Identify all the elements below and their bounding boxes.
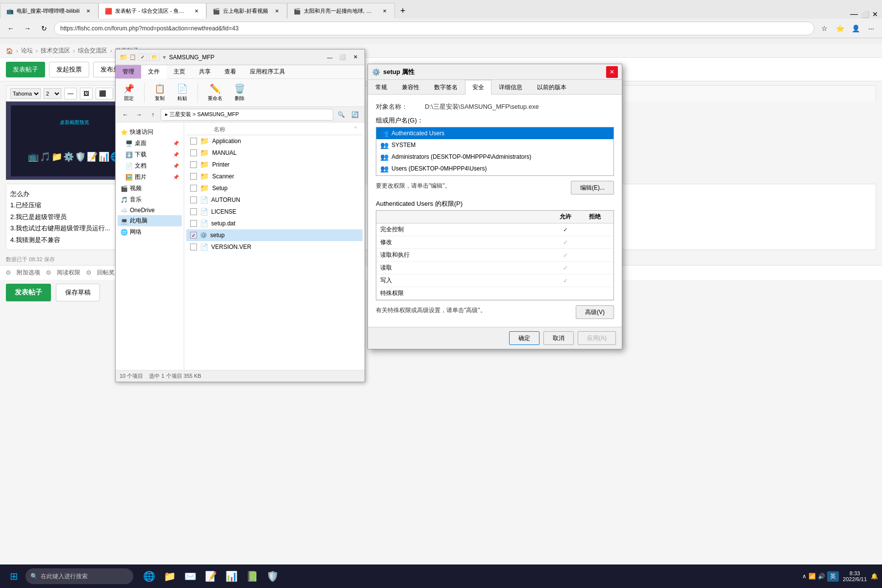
props-tab-security[interactable]: 安全 bbox=[465, 80, 491, 95]
hr-btn[interactable]: — bbox=[64, 88, 77, 99]
props-cancel-btn[interactable]: 取消 bbox=[543, 331, 574, 345]
props-ok-btn[interactable]: 确定 bbox=[509, 331, 539, 345]
fe-minimize-btn[interactable]: — bbox=[324, 52, 335, 63]
fe-forward-btn[interactable]: → bbox=[133, 109, 145, 121]
sidebar-item-desktop[interactable]: 🖥️ 桌面 📌 bbox=[118, 138, 182, 149]
breadcrumb-forum[interactable]: 论坛 bbox=[21, 47, 33, 55]
props-group-users[interactable]: 👥 Users (DESKTOP-0MHPPP4\Users) bbox=[376, 163, 613, 174]
props-tab-compatibility[interactable]: 兼容性 bbox=[394, 80, 427, 94]
checkbox-setup-folder[interactable] bbox=[190, 185, 197, 192]
tab-3[interactable]: 🎬 云上电影-好看视频 ✕ bbox=[206, 3, 287, 19]
props-tab-prevver[interactable]: 以前的版本 bbox=[530, 80, 574, 94]
taskbar-app-mail[interactable]: ✉️ bbox=[180, 566, 200, 586]
checkbox-application[interactable] bbox=[190, 138, 197, 145]
tab-4-close[interactable]: ✕ bbox=[381, 7, 389, 15]
checkbox-manual[interactable] bbox=[190, 149, 197, 156]
read-permission-btn[interactable]: 阅读权限 bbox=[57, 269, 80, 277]
checkbox-printer[interactable] bbox=[190, 161, 197, 168]
refresh-button[interactable]: ↻ bbox=[37, 22, 51, 35]
fe-back-btn[interactable]: ← bbox=[120, 109, 131, 121]
tab-2-close[interactable]: ✕ bbox=[193, 7, 200, 15]
taskbar-app-explorer[interactable]: 📁 bbox=[160, 566, 179, 586]
tab-3-close[interactable]: ✕ bbox=[273, 7, 281, 15]
start-button[interactable]: ⊞ bbox=[4, 566, 24, 586]
props-group-admins[interactable]: 👥 Administrators (DESKTOP-0MHPPP4\Admini… bbox=[376, 151, 613, 163]
fe-ribbon-pin-btn[interactable]: 📌 固定 bbox=[120, 81, 138, 104]
color-btn[interactable]: ⬛ bbox=[96, 88, 113, 99]
font-selector[interactable]: Tahoma bbox=[10, 88, 41, 99]
minimize-browser-btn[interactable]: — bbox=[850, 10, 858, 19]
sidebar-item-thispc[interactable]: 💻 此电脑 bbox=[118, 215, 182, 226]
submit-post-btn[interactable]: 发表帖子 bbox=[6, 284, 51, 301]
fe-tab-home[interactable]: 主页 bbox=[167, 65, 192, 78]
fe-up-btn[interactable]: ↑ bbox=[147, 109, 159, 121]
checkbox-scanner[interactable] bbox=[190, 173, 197, 180]
file-item-autorun[interactable]: 📄 AUTORUN bbox=[186, 194, 363, 206]
props-edit-btn[interactable]: 编辑(E)... bbox=[571, 181, 614, 195]
props-tab-general[interactable]: 常规 bbox=[368, 80, 394, 94]
img-btn[interactable]: 🖼 bbox=[80, 88, 93, 99]
forward-button[interactable]: → bbox=[21, 22, 34, 35]
file-item-application[interactable]: 📁 Application bbox=[186, 135, 363, 147]
breadcrumb-home[interactable]: 🏠 bbox=[6, 48, 13, 54]
fe-tab-manage[interactable]: 管理 bbox=[116, 65, 141, 78]
address-bar[interactable]: https://fishc.com.cn/forum.php?mod=post&… bbox=[54, 22, 814, 35]
sidebar-item-downloads[interactable]: ⬇️ 下载 📌 bbox=[118, 149, 182, 160]
sidebar-item-onedrive[interactable]: ☁️ OneDrive bbox=[118, 205, 182, 215]
props-tab-details[interactable]: 详细信息 bbox=[491, 80, 530, 94]
file-item-setup-exe[interactable]: ✓ ⚙️ setup bbox=[186, 229, 363, 241]
file-item-scanner[interactable]: 📁 Scanner bbox=[186, 171, 363, 182]
props-group-system[interactable]: 👥 SYSTEM bbox=[376, 139, 613, 151]
lang-indicator[interactable]: 英 bbox=[827, 571, 839, 582]
sidebar-item-documents[interactable]: 📄 文档 📌 bbox=[118, 160, 182, 172]
close-browser-btn[interactable]: ✕ bbox=[872, 10, 878, 18]
file-item-setupdat[interactable]: 📄 setup.dat bbox=[186, 218, 363, 229]
sidebar-item-videos[interactable]: 🎬 视频 bbox=[118, 183, 182, 194]
fe-close-btn[interactable]: ✕ bbox=[350, 52, 361, 63]
breadcrumb-tech[interactable]: 技术交流区 bbox=[41, 47, 70, 55]
checkbox-version[interactable] bbox=[190, 244, 197, 250]
fe-tab-file[interactable]: 文件 bbox=[141, 65, 167, 79]
file-item-printer[interactable]: 📁 Printer bbox=[186, 159, 363, 171]
save-draft-btn[interactable]: 保存草稿 bbox=[56, 284, 100, 301]
taskbar-app-edge[interactable]: 🌐 bbox=[139, 566, 159, 586]
fe-path-bar[interactable]: ▸ 三星安装 > SAMSUNG_MFP bbox=[161, 109, 333, 121]
taskbar-app-word[interactable]: 📝 bbox=[201, 566, 220, 586]
poll-button[interactable]: 发起投票 bbox=[49, 62, 89, 77]
volume-icon[interactable]: 🔊 bbox=[818, 573, 825, 580]
font-size-selector[interactable]: 2 bbox=[44, 88, 61, 99]
chevron-icon[interactable]: ∧ bbox=[802, 573, 807, 580]
sidebar-item-music[interactable]: 🎵 音乐 bbox=[118, 194, 182, 205]
checkbox-license[interactable] bbox=[190, 208, 197, 215]
fe-ribbon-rename-btn[interactable]: ✏️ 重命名 bbox=[204, 81, 226, 104]
tab-2[interactable]: 🟥 发表帖子 - 综合交流区 - 鱼C论坛 ✕ bbox=[98, 3, 206, 19]
taskbar-clock[interactable]: 8:33 2022/6/11 bbox=[843, 570, 867, 582]
more-btn[interactable]: ··· bbox=[864, 22, 878, 35]
restore-browser-btn[interactable]: ⬜ bbox=[861, 10, 869, 18]
file-item-setup-folder[interactable]: 📁 Setup bbox=[186, 182, 363, 194]
post-button[interactable]: 发表帖子 bbox=[6, 62, 45, 77]
fe-restore-btn[interactable]: ⬜ bbox=[337, 52, 348, 63]
fe-ribbon-delete-btn[interactable]: 🗑️ 删除 bbox=[230, 81, 249, 104]
file-item-manual[interactable]: 📁 MANUAL bbox=[186, 147, 363, 159]
sidebar-item-network[interactable]: 🌐 网络 bbox=[118, 226, 182, 238]
user-profile-btn[interactable]: 👤 bbox=[849, 22, 862, 35]
fe-tab-view[interactable]: 查看 bbox=[218, 65, 243, 78]
taskbar-app-excel[interactable]: 📗 bbox=[242, 566, 262, 586]
props-group-auth-users[interactable]: 👥 Authenticated Users bbox=[376, 127, 613, 139]
props-group-list[interactable]: 👥 Authenticated Users 👥 SYSTEM 👥 Adminis… bbox=[376, 127, 614, 176]
tab-1[interactable]: 📺 电影_搜索-哔哩哔哩-bilibili ✕ bbox=[0, 3, 98, 19]
fe-ribbon-paste-btn[interactable]: 📄 粘贴 bbox=[173, 81, 192, 104]
fe-search-btn[interactable]: 🔍 bbox=[335, 109, 347, 121]
props-apply-btn[interactable]: 应用(A) bbox=[578, 331, 616, 345]
checkbox-setupdat[interactable] bbox=[190, 220, 197, 227]
props-advanced-btn[interactable]: 高级(V) bbox=[576, 305, 614, 319]
file-item-version[interactable]: 📄 VERSION.VER bbox=[186, 241, 363, 253]
bookmark-btn[interactable]: ☆ bbox=[817, 22, 831, 35]
checkbox-autorun[interactable] bbox=[190, 196, 197, 203]
sidebar-item-quick-access[interactable]: ⭐ 快速访问 bbox=[118, 126, 182, 138]
collection-btn[interactable]: ⭐ bbox=[833, 22, 847, 35]
fe-tab-apptools[interactable]: 应用程序工具 bbox=[243, 65, 292, 78]
taskbar-app-shield[interactable]: 🛡️ bbox=[263, 566, 282, 586]
taskbar-search[interactable]: 🔍 在此键入进行搜索 bbox=[25, 568, 133, 584]
